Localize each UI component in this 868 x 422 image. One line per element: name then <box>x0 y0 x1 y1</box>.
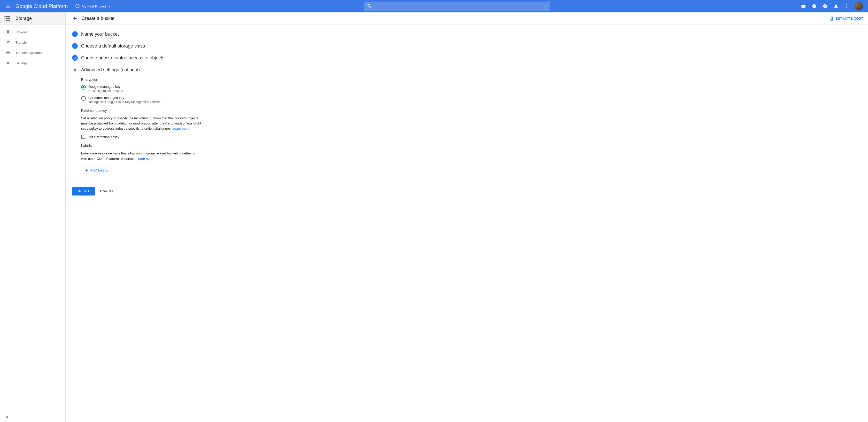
svg-point-8 <box>846 6 847 6</box>
step-title: Advanced settings (optional) <box>81 67 140 72</box>
step-check-icon <box>72 43 78 49</box>
retention-heading: Retention policy <box>81 108 258 112</box>
sidebar-item-browser[interactable]: Browser <box>0 27 65 37</box>
sidebar: Storage Browser Transfer Transfer Applia… <box>0 12 66 422</box>
sidebar-header[interactable]: Storage <box>0 12 65 25</box>
step-access-control[interactable]: Choose how to control access to objects <box>72 55 258 61</box>
search-box[interactable] <box>364 2 550 11</box>
advanced-settings-body: Encryption Google-managed key No configu… <box>81 77 258 174</box>
radio-label: Customer-managed key <box>88 96 161 100</box>
radio-label: Google-managed key <box>88 85 123 89</box>
svg-rect-12 <box>5 20 6 21</box>
gear-icon <box>6 61 10 65</box>
radio-sublabel: No configuration required <box>88 89 123 93</box>
estimate-icon <box>829 16 834 21</box>
main-panel: Create a bucket ESTIMATE COST Name your … <box>66 12 868 422</box>
top-bar: Google Cloud Platform My First Project ? <box>0 0 868 12</box>
step-check-icon <box>72 31 78 37</box>
caret-down-icon <box>107 4 112 9</box>
sidebar-item-label: Browser <box>16 30 28 34</box>
sidebar-item-label: Transfer <box>16 40 28 44</box>
stepper: Name your bucket Choose a default storag… <box>72 31 258 195</box>
help-button[interactable]: ? <box>822 3 828 9</box>
topbar-utilities: ? <box>800 2 866 10</box>
labels-learn-more-link[interactable]: Learn more <box>136 157 153 161</box>
appliance-icon <box>6 51 10 55</box>
cancel-button[interactable]: CANCEL <box>100 189 115 193</box>
sidebar-nav: Browser Transfer Transfer Appliance Sett… <box>0 25 65 412</box>
product-name[interactable]: Google Cloud Platform <box>16 3 68 9</box>
bucket-icon <box>6 30 10 34</box>
project-name: My First Project <box>82 4 106 8</box>
plus-icon <box>85 168 89 172</box>
add-label-button[interactable]: ADD LABEL <box>81 167 112 174</box>
step-check-icon <box>72 55 78 61</box>
step-name-bucket[interactable]: Name your bucket <box>72 31 258 37</box>
add-label-text: ADD LABEL <box>90 169 108 172</box>
search-caret-icon <box>542 4 548 9</box>
radio-customer-managed-key[interactable]: Customer-managed key Manage via Google C… <box>81 96 258 104</box>
step-title: Choose a default storage class <box>81 43 145 49</box>
help-icon: ? <box>823 4 828 9</box>
collapse-sidebar-button[interactable] <box>0 412 65 422</box>
notifications-button[interactable] <box>833 3 839 9</box>
arrow-back-icon <box>72 16 78 22</box>
labels-heading: Labels <box>81 143 258 148</box>
sidebar-item-transfer[interactable]: Transfer <box>0 37 65 47</box>
svg-point-9 <box>846 7 847 8</box>
step-title: Choose how to control access to objects <box>81 55 164 61</box>
svg-rect-3 <box>814 5 814 6</box>
svg-point-0 <box>76 6 77 6</box>
alert-icon <box>812 4 817 9</box>
more-vert-icon <box>844 4 849 9</box>
step-storage-class[interactable]: Choose a default storage class <box>72 43 258 49</box>
checkbox-label: Set a retention policy <box>88 135 119 139</box>
step-active-dot-icon <box>74 69 76 71</box>
svg-text:?: ? <box>824 5 826 8</box>
svg-point-7 <box>846 4 847 5</box>
main-menu-button[interactable] <box>2 0 14 12</box>
search-icon <box>367 4 372 9</box>
radio-google-managed-key[interactable]: Google-managed key No configuration requ… <box>81 85 258 93</box>
svg-point-1 <box>78 6 79 6</box>
step-title: Name your bucket <box>81 32 119 37</box>
collapse-icon <box>5 415 10 419</box>
more-button[interactable] <box>844 3 850 9</box>
svg-rect-10 <box>5 17 6 17</box>
retention-description: Set a retention policy to specify the mi… <box>81 116 203 131</box>
hamburger-icon <box>6 4 11 9</box>
back-button[interactable] <box>70 14 80 23</box>
svg-rect-11 <box>5 18 6 19</box>
transfer-icon <box>6 40 10 45</box>
storage-icon <box>4 15 11 22</box>
radio-sublabel: Manage via Google Cloud Key Management S… <box>88 100 161 104</box>
sidebar-item-label: Transfer Appliance <box>16 51 43 55</box>
create-button[interactable]: CREATE <box>72 187 95 195</box>
project-picker[interactable]: My First Project <box>73 4 114 9</box>
retention-learn-more-link[interactable]: Learn more <box>172 127 189 130</box>
cloud-shell-button[interactable] <box>800 3 807 9</box>
search-input[interactable] <box>376 4 540 8</box>
estimate-cost-button[interactable]: ESTIMATE COST <box>829 16 863 21</box>
bell-icon <box>833 4 839 9</box>
body-shell: Storage Browser Transfer Transfer Applia… <box>0 12 868 422</box>
encryption-heading: Encryption <box>81 77 258 82</box>
radio-icon <box>81 85 86 90</box>
cloud-shell-icon <box>801 4 806 9</box>
sidebar-item-settings[interactable]: Settings <box>0 58 65 68</box>
search-container <box>114 2 800 11</box>
sidebar-item-transfer-appliance[interactable]: Transfer Appliance <box>0 47 65 58</box>
alert-button[interactable] <box>811 3 817 9</box>
sidebar-title: Storage <box>16 16 32 21</box>
estimate-cost-label: ESTIMATE COST <box>835 17 863 21</box>
page-header: Create a bucket ESTIMATE COST <box>66 12 868 25</box>
account-avatar[interactable] <box>855 2 863 10</box>
footer-actions: CREATE CANCEL <box>72 187 258 195</box>
sidebar-item-label: Settings <box>16 61 28 65</box>
step-advanced-settings[interactable]: Advanced settings (optional) <box>72 67 258 73</box>
content-area: Name your bucket Choose a default storag… <box>66 25 868 422</box>
radio-icon <box>81 96 86 101</box>
retention-checkbox[interactable]: Set a retention policy <box>81 135 258 139</box>
project-icon <box>75 4 80 9</box>
checkbox-icon <box>81 135 85 139</box>
